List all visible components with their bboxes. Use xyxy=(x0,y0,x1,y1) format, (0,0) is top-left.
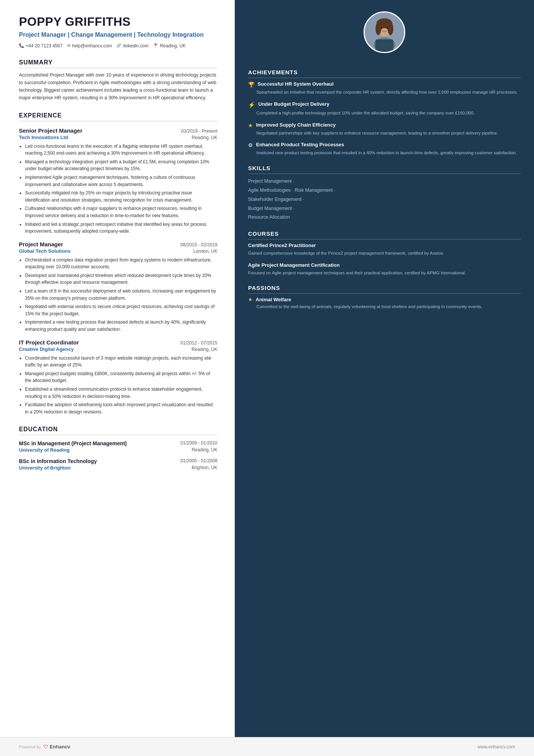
course-1: Certified Prince2 Practitioner Gained co… xyxy=(248,243,521,257)
svg-point-5 xyxy=(388,22,393,35)
course-title-1: Certified Prince2 Practitioner xyxy=(248,243,521,249)
exp-header-1: Senior Project Manager 03/2019 - Present xyxy=(19,127,217,134)
edu-location-2: Brighton, UK xyxy=(192,465,217,471)
exp-header-3: IT Project Coordinator 01/2012 - 07/2015 xyxy=(19,339,217,346)
skill-line-5: Resource Allocation xyxy=(248,213,521,222)
skill-line-3: Stakeholder Engagement · xyxy=(248,195,521,204)
ach-title-row-1: 🏆 Successful HR System Overhaul xyxy=(248,81,521,88)
ach-desc-4: Instituted new product testing protocols… xyxy=(248,150,521,157)
ach-title-row-3: ★ Improved Supply Chain Efficiency xyxy=(248,122,521,128)
company-row-1: Tech Innovations Ltd Reading, UK xyxy=(19,135,217,140)
location-2: London, UK xyxy=(194,249,217,254)
profile-photo xyxy=(364,11,405,53)
footer-website: www.enhancv.com xyxy=(478,744,515,750)
company-row-2: Global Tech Solutions London, UK xyxy=(19,248,217,254)
exp-date-1: 03/2019 - Present xyxy=(181,128,217,134)
courses-title: COURSES xyxy=(248,230,521,239)
bullet-2-1: Orchestrated a complex data migration pr… xyxy=(25,257,217,271)
achievements-title: ACHIEVEMENTS xyxy=(248,69,521,78)
course-title-2: Agile Project Management Certification xyxy=(248,262,521,269)
bullet-2-5: Implemented a new testing process that d… xyxy=(25,319,217,333)
university-1: University of Reading xyxy=(19,447,70,453)
avatar-svg xyxy=(365,11,404,53)
linkedin-contact: 🔗 linkedin.com xyxy=(116,43,148,49)
exp-date-2: 08/2015 - 02/2019 xyxy=(181,242,217,247)
passion-title-1: Animal Welfare xyxy=(256,297,291,302)
resume-header: POPPY GRIFFITHS Project Manager | Change… xyxy=(19,15,217,49)
bullet-2-2: Developed and maintained project timelin… xyxy=(25,272,217,286)
svg-point-4 xyxy=(375,22,381,35)
edu-degree-2: BSc in Information Technology xyxy=(19,458,97,464)
edu-header-2: BSc in Information Technology 01/2005 - … xyxy=(19,458,217,464)
skills-list: Project Management · Agile Methodologies… xyxy=(248,177,521,222)
job-title-1: Senior Project Manager xyxy=(19,127,83,134)
skills-section: SKILLS Project Management · Agile Method… xyxy=(248,165,521,222)
bullets-2: Orchestrated a complex data migration pr… xyxy=(19,257,217,333)
bullet-1-5: Cultivated relationships with 4 major su… xyxy=(25,205,217,219)
bullets-3: Coordinated the successful launch of 3 m… xyxy=(19,355,217,416)
edu-location-1: Reading, UK xyxy=(192,447,217,453)
bullet-1-4: Successfully mitigated risk by 25% on ma… xyxy=(25,189,217,203)
course-desc-1: Gained comprehensive knowledge of the Pr… xyxy=(248,250,521,257)
bullet-1-1: Led cross-functional teams in the execut… xyxy=(25,143,217,157)
ach-title-1: Successful HR System Overhaul xyxy=(258,81,334,88)
education-section: EDUCATION MSc in Management (Project Man… xyxy=(19,426,217,471)
brand-name: Enhancv xyxy=(50,744,70,750)
bullet-2-3: Led a team of 8 in the successful deploy… xyxy=(25,288,217,302)
star-icon: ★ xyxy=(248,122,253,128)
passion-star-icon: ★ xyxy=(248,297,253,302)
left-column: POPPY GRIFFITHS Project Manager | Change… xyxy=(0,0,235,737)
exp-entry-2: Project Manager 08/2015 - 02/2019 Global… xyxy=(19,241,217,333)
heart-icon: ♡ xyxy=(43,744,48,750)
footer: Powered by ♡ Enhancv www.enhancv.com xyxy=(0,737,534,756)
exp-header-2: Project Manager 08/2015 - 02/2019 xyxy=(19,241,217,247)
summary-title: SUMMARY xyxy=(19,59,217,68)
university-2: University of Brighton xyxy=(19,465,71,471)
achievement-1: 🏆 Successful HR System Overhaul Spearhea… xyxy=(248,81,521,96)
education-title: EDUCATION xyxy=(19,426,217,435)
experience-title: EXPERIENCE xyxy=(19,112,217,121)
edu-entry-2: BSc in Information Technology 01/2005 - … xyxy=(19,458,217,471)
powered-by-label: Powered by xyxy=(19,745,41,749)
candidate-title: Project Manager | Change Management | Te… xyxy=(19,31,217,39)
courses-section: COURSES Certified Prince2 Practitioner G… xyxy=(248,230,521,276)
ach-desc-2: Completed a high-profile technology proj… xyxy=(248,110,521,117)
bullet-3-1: Coordinated the successful launch of 3 m… xyxy=(25,355,217,369)
company-row-3: Creative Digital Agency Reading, UK xyxy=(19,346,217,352)
exp-entry-1: Senior Project Manager 03/2019 - Present… xyxy=(19,127,217,235)
summary-text: Accomplished Project Manager with over 1… xyxy=(19,71,217,102)
passion-title-row-1: ★ Animal Welfare xyxy=(248,297,521,302)
skill-line-2: Agile Methodologies · Risk Management · xyxy=(248,186,521,195)
course-desc-2: Focused on Agile project management tech… xyxy=(248,270,521,277)
bullet-1-3: Implemented Agile project management tec… xyxy=(25,174,217,188)
achievement-2: ⚡ Under Budget Project Delivery Complete… xyxy=(248,101,521,117)
company-2: Global Tech Solutions xyxy=(19,248,70,254)
passion-desc-1: Committed to the well-being of animals, … xyxy=(248,304,521,310)
achievement-4: ⚙ Enhanced Product Testing Processes Ins… xyxy=(248,142,521,157)
ach-title-4: Enhanced Product Testing Processes xyxy=(256,142,344,148)
bullet-1-6: Initiated and led a strategic project re… xyxy=(25,221,217,235)
ach-desc-3: Negotiated partnerships with key supplie… xyxy=(248,130,521,137)
email-icon: ✉ xyxy=(67,43,70,48)
exp-entry-3: IT Project Coordinator 01/2012 - 07/2015… xyxy=(19,339,217,416)
gear-icon: ⚙ xyxy=(248,142,253,148)
trophy-icon: 🏆 xyxy=(248,81,255,88)
bullet-3-2: Managed project budgets totalling £800K,… xyxy=(25,370,217,384)
ach-title-3: Improved Supply Chain Efficiency xyxy=(256,122,336,128)
skills-title: SKILLS xyxy=(248,165,521,174)
achievements-section: ACHIEVEMENTS 🏆 Successful HR System Over… xyxy=(248,69,521,157)
job-title-2: Project Manager xyxy=(19,241,63,247)
lightning-icon: ⚡ xyxy=(248,102,255,108)
enhancv-logo: ♡ Enhancv xyxy=(43,744,70,750)
bullet-3-3: Established a streamlined communication … xyxy=(25,386,217,400)
company-3: Creative Digital Agency xyxy=(19,346,74,352)
footer-branding: Powered by ♡ Enhancv xyxy=(19,744,70,750)
edu-univ-row-1: University of Reading Reading, UK xyxy=(19,447,217,453)
course-2: Agile Project Management Certification F… xyxy=(248,262,521,277)
location-contact: 📍 Reading, UK xyxy=(153,43,186,49)
location-1: Reading, UK xyxy=(192,135,217,140)
job-title-3: IT Project Coordinator xyxy=(19,339,79,346)
skill-line-4: Budget Management · xyxy=(248,204,521,213)
bullet-2-4: Negotiated with external vendors to secu… xyxy=(25,303,217,317)
edu-entry-1: MSc in Management (Project Management) 0… xyxy=(19,440,217,453)
